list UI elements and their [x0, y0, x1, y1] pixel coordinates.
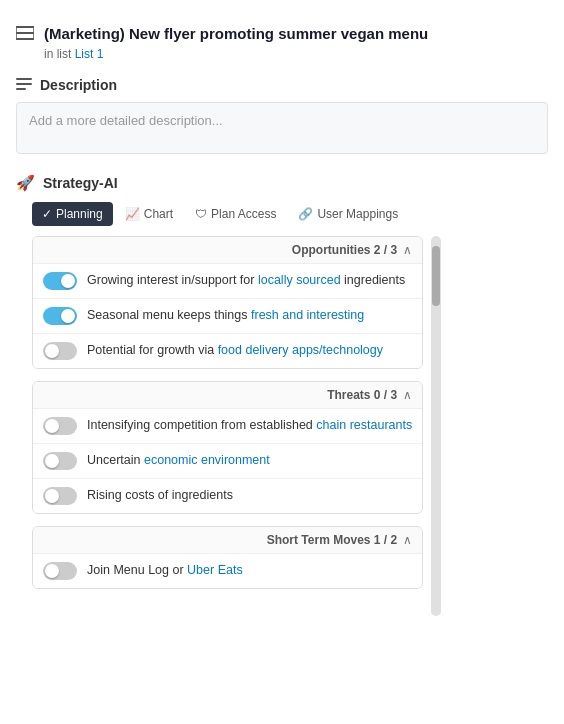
item-text-th3: Rising costs of ingredients — [87, 487, 412, 504]
strategy-section: 🚀 Strategy-AI ✓ Planning 📈 Chart 🛡 Plan … — [0, 162, 564, 624]
toggle-th2[interactable] — [43, 452, 77, 470]
item-text-th2: Uncertain economic environment — [87, 452, 412, 469]
highlight-text: chain restaurants — [316, 418, 412, 432]
tab-plan-access[interactable]: 🛡 Plan Access — [185, 202, 286, 226]
item-text-op2: Seasonal menu keeps things fresh and int… — [87, 307, 412, 324]
toggle-op1[interactable] — [43, 272, 77, 290]
tab-planning[interactable]: ✓ Planning — [32, 202, 113, 226]
item-row-stm1: Join Menu Log or Uber Eats — [33, 554, 422, 588]
strategy-content: Opportunities 2 / 3∧Growing interest in/… — [16, 236, 548, 616]
panel-collapse-icon-threats[interactable]: ∧ — [403, 388, 412, 402]
toggle-stm1[interactable] — [43, 562, 77, 580]
item-text-op3: Potential for growth via food delivery a… — [87, 342, 412, 359]
toggle-th3[interactable] — [43, 487, 77, 505]
highlight-text: locally sourced — [258, 273, 341, 287]
highlight-text: Uber Eats — [187, 563, 243, 577]
toggle-thumb — [45, 489, 59, 503]
shield-icon: 🛡 — [195, 207, 207, 221]
item-row-op2: Seasonal menu keeps things fresh and int… — [33, 299, 422, 334]
panel-collapse-icon-opportunities[interactable]: ∧ — [403, 243, 412, 257]
panel-opportunities: Opportunities 2 / 3∧Growing interest in/… — [32, 236, 423, 369]
item-text-stm1: Join Menu Log or Uber Eats — [87, 562, 412, 579]
scrollbar-track[interactable] — [431, 236, 441, 616]
highlight-text: food delivery apps/technology — [218, 343, 383, 357]
list-link[interactable]: List 1 — [75, 47, 104, 61]
highlight-text: economic environment — [144, 453, 270, 467]
panel-short-term-moves: Short Term Moves 1 / 2∧Join Menu Log or … — [32, 526, 423, 589]
panel-header-short-term-moves: Short Term Moves 1 / 2∧ — [33, 527, 422, 554]
panel-title-opportunities: Opportunities 2 / 3 — [43, 243, 397, 257]
link-icon: 🔗 — [298, 207, 313, 221]
item-row-th1: Intensifying competition from establishe… — [33, 409, 422, 444]
task-list-ref: in list List 1 — [44, 47, 428, 61]
tab-user-mappings[interactable]: 🔗 User Mappings — [288, 202, 408, 226]
item-text-th1: Intensifying competition from establishe… — [87, 417, 412, 434]
panels-wrapper: Opportunities 2 / 3∧Growing interest in/… — [16, 236, 427, 616]
description-section: Description Add a more detailed descript… — [0, 65, 564, 162]
chart-icon: 📈 — [125, 207, 140, 221]
toggle-thumb — [45, 564, 59, 578]
toggle-thumb — [45, 454, 59, 468]
svg-rect-1 — [16, 32, 34, 34]
task-title: (Marketing) New flyer promoting summer v… — [44, 24, 428, 44]
toggle-thumb — [45, 419, 59, 433]
svg-rect-4 — [16, 78, 32, 80]
strategy-title: Strategy-AI — [43, 175, 118, 191]
panel-collapse-icon-short-term-moves[interactable]: ∧ — [403, 533, 412, 547]
toggle-thumb — [45, 344, 59, 358]
item-text-op1: Growing interest in/support for locally … — [87, 272, 412, 289]
panel-header-opportunities: Opportunities 2 / 3∧ — [33, 237, 422, 264]
svg-rect-6 — [16, 88, 26, 90]
strategy-icon: 🚀 — [16, 174, 35, 192]
toggle-op3[interactable] — [43, 342, 77, 360]
panel-header-threats: Threats 0 / 3∧ — [33, 382, 422, 409]
tab-chart[interactable]: 📈 Chart — [115, 202, 183, 226]
svg-rect-5 — [16, 83, 32, 85]
description-input[interactable]: Add a more detailed description... — [16, 102, 548, 154]
scrollbar-thumb[interactable] — [432, 246, 440, 306]
tabs-bar: ✓ Planning 📈 Chart 🛡 Plan Access 🔗 User … — [16, 202, 548, 226]
item-row-op3: Potential for growth via food delivery a… — [33, 334, 422, 368]
toggle-th1[interactable] — [43, 417, 77, 435]
item-row-op1: Growing interest in/support for locally … — [33, 264, 422, 299]
panel-title-short-term-moves: Short Term Moves 1 / 2 — [43, 533, 397, 547]
panel-threats: Threats 0 / 3∧Intensifying competition f… — [32, 381, 423, 514]
task-header: (Marketing) New flyer promoting summer v… — [0, 16, 564, 65]
toggle-op2[interactable] — [43, 307, 77, 325]
highlight-text: fresh and interesting — [251, 308, 364, 322]
description-icon — [16, 77, 32, 94]
item-row-th2: Uncertain economic environment — [33, 444, 422, 479]
toggle-thumb — [61, 274, 75, 288]
panel-title-threats: Threats 0 / 3 — [43, 388, 397, 402]
toggle-thumb — [61, 309, 75, 323]
description-title: Description — [40, 77, 117, 93]
task-type-icon — [16, 26, 34, 44]
item-row-th3: Rising costs of ingredients — [33, 479, 422, 513]
planning-icon: ✓ — [42, 207, 52, 221]
